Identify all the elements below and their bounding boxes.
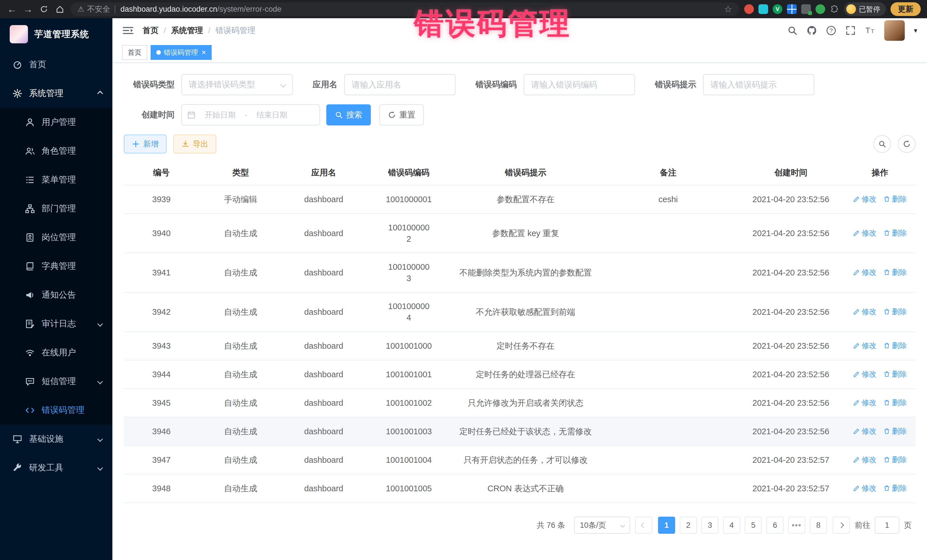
profile-chip[interactable]: 已暂停 [844, 2, 886, 16]
edit-link[interactable]: 修改 [853, 267, 877, 278]
sidebar-item-user-management[interactable]: 用户管理 [0, 108, 112, 137]
edit-link[interactable]: 修改 [853, 483, 877, 494]
page-button-5[interactable]: 5 [745, 517, 762, 534]
sidebar-item-role-management[interactable]: 角色管理 [0, 137, 112, 165]
tab-home[interactable]: 首页 [122, 45, 147, 60]
delete-link[interactable]: 删除 [883, 425, 907, 437]
extension-teal-icon[interactable] [758, 4, 768, 14]
sidebar-item-infrastructure[interactable]: 基础设施 [0, 425, 112, 453]
extension-dark-on-icon[interactable] [801, 4, 811, 14]
error-type-select[interactable]: 请选择错误码类型 [181, 74, 293, 95]
sidebar-item-error-code-management[interactable]: 错误码管理 [0, 396, 112, 425]
export-button[interactable]: 导出 [173, 135, 216, 153]
sidebar-item-audit-log[interactable]: 审计日志 [0, 310, 112, 338]
delete-link[interactable]: 删除 [883, 340, 907, 351]
extension-red-icon[interactable] [744, 4, 754, 14]
page-button-6[interactable]: 6 [766, 517, 784, 534]
extension-green-v-icon[interactable] [773, 4, 783, 14]
edit-link[interactable]: 修改 [853, 306, 877, 317]
app-name-input[interactable] [344, 74, 456, 95]
end-date-input[interactable] [250, 111, 293, 120]
sidebar-item-notice[interactable]: 通知公告 [0, 281, 112, 310]
cell-id: 3945 [124, 389, 199, 417]
close-icon[interactable]: × [201, 49, 206, 56]
fullscreen-icon[interactable] [845, 25, 856, 36]
pencil-icon [853, 342, 860, 349]
github-icon[interactable] [807, 25, 817, 36]
start-date-input[interactable] [199, 111, 242, 120]
error-hint-input[interactable] [703, 74, 815, 95]
font-size-icon[interactable]: TT [865, 25, 875, 36]
delete-link[interactable]: 删除 [883, 227, 907, 239]
next-page-button[interactable] [833, 517, 850, 534]
sidebar-item-dev-tools[interactable]: 研发工具 [0, 453, 112, 482]
sidebar-item-menu-management[interactable]: 菜单管理 [0, 165, 112, 194]
page-button-1[interactable]: 1 [658, 517, 675, 534]
forward-icon[interactable]: → [21, 2, 35, 17]
delete-link[interactable]: 删除 [883, 397, 907, 408]
delete-link[interactable]: 删除 [883, 267, 907, 278]
caret-down-icon[interactable]: ▾ [914, 27, 917, 35]
sidebar-item-label: 基础设施 [29, 433, 63, 445]
tab-error-code[interactable]: 错误码管理× [150, 45, 212, 60]
edit-link[interactable]: 修改 [853, 193, 877, 205]
help-icon[interactable]: ? [826, 25, 836, 36]
reload-icon[interactable] [36, 2, 51, 17]
edit-link[interactable]: 修改 [853, 397, 877, 408]
delete-link[interactable]: 删除 [883, 369, 907, 380]
sidebar-item-online-user[interactable]: 在线用户 [0, 338, 112, 367]
search-toggle-button[interactable] [873, 135, 891, 153]
page-button-8[interactable]: 8 [810, 517, 827, 534]
sidebar-item-label: 研发工具 [29, 462, 63, 473]
sidebar-item-system-management[interactable]: 系统管理 [0, 79, 112, 108]
search-icon[interactable] [787, 25, 798, 36]
sidebar-item-dept-management[interactable]: 部门管理 [0, 194, 112, 223]
home-icon[interactable] [53, 2, 67, 17]
reset-button[interactable]: 重置 [379, 104, 424, 126]
sidebar-item-home[interactable]: 首页 [0, 50, 112, 79]
address-bar[interactable]: ⚠ 不安全 dashboard.yudao.iocoder.cn/system/… [71, 2, 739, 16]
prev-page-button[interactable] [635, 517, 652, 534]
breadcrumb-system[interactable]: 系统管理 [171, 25, 203, 36]
back-icon[interactable]: ← [5, 2, 20, 17]
page-size-select[interactable]: 10条/页 [574, 517, 630, 534]
pencil-icon [853, 399, 860, 406]
goto-page-input[interactable] [875, 517, 899, 534]
breadcrumb: 首页 系统管理 错误码管理 [143, 25, 255, 36]
edit-link[interactable]: 修改 [853, 425, 877, 437]
sidebar-item-post-management[interactable]: 岗位管理 [0, 223, 112, 252]
page-button-4[interactable]: 4 [723, 517, 740, 534]
url-text[interactable]: dashboard.yudao.iocoder.cn/system/error-… [120, 5, 281, 14]
delete-link[interactable]: 删除 [883, 193, 907, 205]
bookmark-star-icon[interactable]: ☆ [724, 4, 732, 15]
sidebar-item-sms-management[interactable]: 短信管理 [0, 367, 112, 396]
sidebar-item-dict-management[interactable]: 字典管理 [0, 252, 112, 281]
add-button[interactable]: 新增 [124, 135, 167, 153]
extension-grid-icon[interactable] [787, 4, 797, 14]
delete-link[interactable]: 删除 [883, 483, 907, 494]
delete-link[interactable]: 删除 [883, 454, 907, 465]
error-code-input[interactable] [524, 74, 635, 95]
hamburger-icon[interactable] [122, 25, 134, 36]
delete-link[interactable]: 删除 [883, 306, 907, 317]
cell-remark [599, 214, 738, 253]
avatar[interactable] [884, 20, 905, 41]
update-button[interactable]: 更新 [891, 2, 921, 16]
page-button-3[interactable]: 3 [701, 517, 719, 534]
puzzle-icon[interactable] [830, 4, 839, 14]
refresh-button[interactable] [898, 135, 916, 153]
chevron-left-icon [641, 522, 647, 528]
edit-link[interactable]: 修改 [853, 340, 877, 351]
page-button-2[interactable]: 2 [680, 517, 697, 534]
cell-app: dashboard [282, 292, 365, 332]
security-label[interactable]: 不安全 [87, 4, 110, 14]
edit-link[interactable]: 修改 [853, 227, 877, 239]
extension-green-icon[interactable] [816, 4, 825, 14]
edit-link[interactable]: 修改 [853, 454, 877, 465]
date-range-picker[interactable]: - [181, 104, 320, 126]
logo[interactable]: 芋道管理系统 [0, 18, 112, 50]
more-pages-button[interactable]: ••• [788, 517, 805, 534]
breadcrumb-home[interactable]: 首页 [143, 25, 159, 36]
search-button[interactable]: 搜索 [326, 104, 371, 126]
edit-link[interactable]: 修改 [853, 369, 877, 380]
